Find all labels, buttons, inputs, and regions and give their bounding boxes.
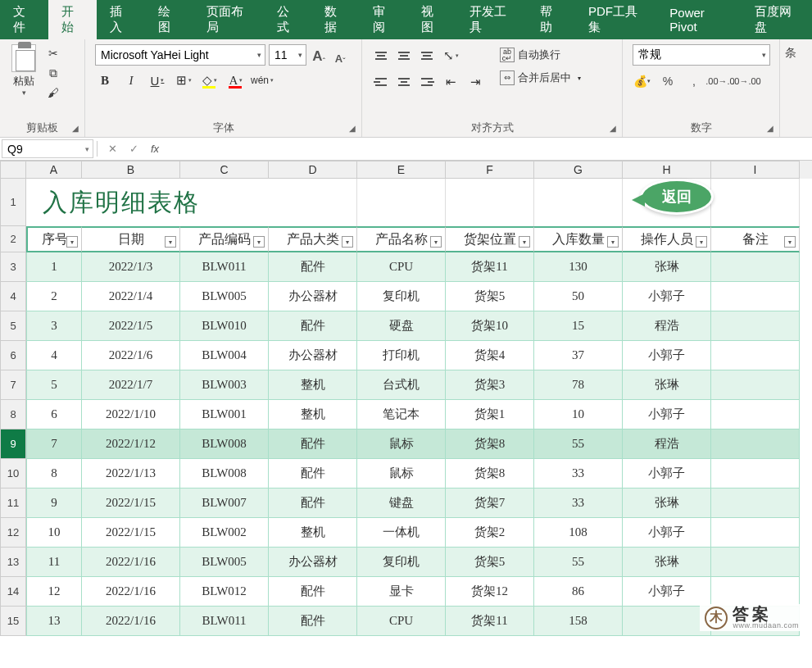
cell[interactable]: 货架11 (446, 607, 534, 636)
filter-dropdown-icon[interactable]: ▾ (607, 236, 619, 248)
cell[interactable]: BLW005 (180, 548, 269, 577)
cell[interactable]: 33 (534, 459, 623, 489)
cell[interactable]: BLW004 (180, 341, 269, 370)
cell[interactable]: 2022/1/3 (82, 252, 180, 282)
cell[interactable]: 2022/1/6 (82, 341, 180, 370)
cell[interactable] (711, 282, 800, 311)
filter-dropdown-icon[interactable]: ▾ (784, 236, 796, 248)
font-launcher-icon[interactable]: ◢ (347, 122, 358, 134)
tab-Power Pivot[interactable]: Power Pivot (656, 0, 742, 39)
cell[interactable]: 3 (26, 311, 82, 341)
cell[interactable] (711, 548, 800, 577)
ribbon-overflow[interactable]: 条 (780, 39, 801, 137)
align-center-icon[interactable] (395, 73, 413, 91)
paste-button[interactable]: 粘贴 ▾ (7, 43, 41, 98)
col-header-B[interactable]: B (82, 161, 180, 179)
cell[interactable]: 货架12 (446, 577, 534, 607)
cell[interactable]: 50 (534, 282, 623, 311)
tab-页面布局[interactable]: 页面布局 (193, 0, 264, 39)
cell[interactable]: BLW012 (180, 577, 269, 607)
cell[interactable] (534, 179, 623, 226)
row-header-1[interactable]: 1 (0, 179, 26, 226)
cell[interactable]: 小郭子 (623, 577, 711, 607)
cell[interactable] (711, 518, 800, 548)
copy-icon[interactable]: ⧉ (46, 66, 61, 80)
col-header-A[interactable]: A (26, 161, 82, 179)
indent-decrease-icon[interactable]: ⇤ (441, 72, 460, 92)
cell[interactable]: 鼠标 (357, 429, 446, 459)
increase-font-icon[interactable]: Aˆ (310, 45, 328, 65)
cell[interactable]: 小郭子 (623, 341, 711, 370)
cell[interactable]: 程浩 (623, 311, 711, 341)
table-row[interactable]: 122022/1/16BLW012配件显卡货架1286小郭子 (26, 577, 800, 607)
cell[interactable]: 2022/1/10 (82, 400, 180, 429)
cell[interactable]: 2022/1/12 (82, 429, 180, 459)
cell[interactable]: 显卡 (357, 577, 446, 607)
cell[interactable]: 86 (534, 577, 623, 607)
font-color-button[interactable]: A▾ (226, 70, 246, 90)
tab-数据[interactable]: 数据 (311, 0, 360, 39)
select-all-corner[interactable] (0, 161, 26, 179)
row-header-8[interactable]: 8 (0, 400, 26, 429)
decrease-decimal-icon[interactable]: .0→.00 (737, 72, 755, 90)
cell[interactable]: BLW010 (180, 311, 269, 341)
orientation-button[interactable]: ⤡▾ (441, 46, 460, 66)
wrap-text-button[interactable]: abc↵自动换行 (497, 46, 584, 64)
cell[interactable]: 货架8 (446, 459, 534, 489)
cell[interactable] (711, 489, 800, 518)
cell[interactable]: 小郭子 (623, 518, 711, 548)
indent-increase-icon[interactable]: ⇥ (465, 72, 485, 92)
cell[interactable]: BLW007 (180, 489, 269, 518)
cell[interactable]: 货架7 (446, 489, 534, 518)
align-top-icon[interactable] (372, 47, 390, 65)
col-header-F[interactable]: F (446, 161, 534, 179)
table-row[interactable]: 102022/1/15BLW002整机一体机货架2108小郭子 (26, 518, 800, 548)
cell[interactable]: 130 (534, 252, 623, 282)
cell[interactable]: 33 (534, 489, 623, 518)
col-header-G[interactable]: G (534, 161, 623, 179)
align-middle-icon[interactable] (395, 47, 413, 65)
table-row[interactable]: 112022/1/16BLW005办公器材复印机货架555张琳 (26, 548, 800, 577)
cell[interactable]: 配件 (269, 429, 357, 459)
row-header-7[interactable]: 7 (0, 370, 26, 400)
cut-icon[interactable]: ✂ (46, 46, 61, 61)
row-header-3[interactable]: 3 (0, 252, 26, 282)
table-header-序号[interactable]: 序号▾ (26, 226, 82, 252)
cell[interactable]: 55 (534, 548, 623, 577)
cell[interactable] (711, 252, 800, 282)
return-button[interactable]: 返回 (640, 179, 714, 221)
fill-color-button[interactable]: ◇▾ (200, 70, 220, 90)
cell[interactable]: 15 (534, 311, 623, 341)
cell[interactable]: 键盘 (357, 489, 446, 518)
tab-帮助[interactable]: 帮助 (527, 0, 575, 39)
cell[interactable]: 37 (534, 341, 623, 370)
filter-dropdown-icon[interactable]: ▾ (430, 236, 442, 248)
cell[interactable]: 硬盘 (357, 311, 446, 341)
cell[interactable]: 配件 (269, 489, 357, 518)
tab-PDF工具集[interactable]: PDF工具集 (575, 0, 656, 39)
accounting-format-icon[interactable]: 💰▾ (633, 72, 651, 90)
row-header-4[interactable]: 4 (0, 282, 26, 311)
cell[interactable]: 整机 (269, 370, 357, 400)
cell[interactable]: 货架11 (446, 252, 534, 282)
cell[interactable]: 2022/1/16 (82, 548, 180, 577)
table-row[interactable]: 32022/1/5BLW010配件硬盘货架1015程浩 (26, 311, 800, 341)
clipboard-launcher-icon[interactable]: ◢ (70, 122, 81, 134)
cell[interactable] (711, 429, 800, 459)
cell[interactable]: 货架2 (446, 518, 534, 548)
border-button[interactable]: ⊞▾ (174, 70, 193, 90)
cell[interactable]: 整机 (269, 400, 357, 429)
tab-开始[interactable]: 开始 (48, 0, 97, 39)
cell[interactable]: 货架10 (446, 311, 534, 341)
row-header-11[interactable]: 11 (0, 489, 26, 518)
cell[interactable]: BLW001 (180, 400, 269, 429)
filter-dropdown-icon[interactable]: ▾ (696, 236, 707, 248)
table-header-备注[interactable]: 备注▾ (711, 226, 800, 252)
cell[interactable]: 2 (26, 282, 82, 311)
tab-插入[interactable]: 插入 (97, 0, 145, 39)
cell[interactable]: 货架3 (446, 370, 534, 400)
alignment-launcher-icon[interactable]: ◢ (607, 122, 619, 134)
merge-center-button[interactable]: ⇔合并后居中▾ (497, 69, 584, 87)
cell[interactable] (623, 607, 711, 636)
cell[interactable]: 货架5 (446, 548, 534, 577)
